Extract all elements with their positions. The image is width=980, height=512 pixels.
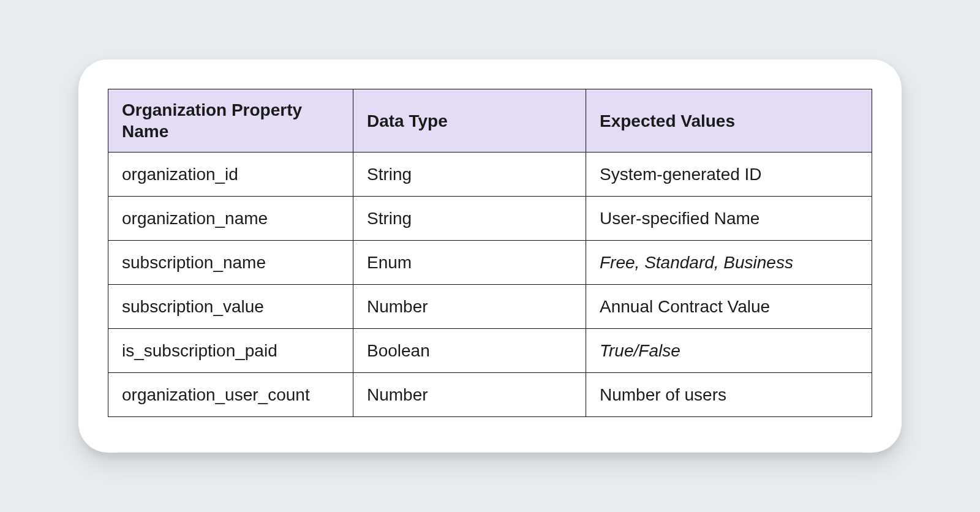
- cell-type: Enum: [353, 241, 586, 285]
- column-header-type: Data Type: [353, 89, 586, 152]
- cell-property: organization_user_count: [108, 373, 353, 417]
- column-header-property: Organization Property Name: [108, 89, 353, 152]
- table-row: organization_nameStringUser-specified Na…: [108, 197, 872, 241]
- cell-type: Boolean: [353, 329, 586, 373]
- cell-type: Number: [353, 373, 586, 417]
- cell-expected: System-generated ID: [586, 152, 872, 197]
- table-row: organization_idStringSystem-generated ID: [108, 152, 872, 197]
- cell-property: subscription_value: [108, 285, 353, 329]
- table-card: Organization Property Name Data Type Exp…: [78, 59, 902, 453]
- table-row: subscription_valueNumberAnnual Contract …: [108, 285, 872, 329]
- cell-type: String: [353, 197, 586, 241]
- cell-expected: Free, Standard, Business: [586, 241, 872, 285]
- cell-expected: Number of users: [586, 373, 872, 417]
- table-header-row: Organization Property Name Data Type Exp…: [108, 89, 872, 152]
- cell-property: organization_id: [108, 152, 353, 197]
- cell-property: is_subscription_paid: [108, 329, 353, 373]
- cell-type: Number: [353, 285, 586, 329]
- cell-expected: Annual Contract Value: [586, 285, 872, 329]
- table-row: organization_user_countNumberNumber of u…: [108, 373, 872, 417]
- cell-property: subscription_name: [108, 241, 353, 285]
- table-row: is_subscription_paidBooleanTrue/False: [108, 329, 872, 373]
- table-row: subscription_nameEnumFree, Standard, Bus…: [108, 241, 872, 285]
- cell-property: organization_name: [108, 197, 353, 241]
- cell-type: String: [353, 152, 586, 197]
- column-header-expected: Expected Values: [586, 89, 872, 152]
- table-body: organization_idStringSystem-generated ID…: [108, 152, 872, 417]
- cell-expected: True/False: [586, 329, 872, 373]
- properties-table: Organization Property Name Data Type Exp…: [108, 89, 872, 417]
- cell-expected: User-specified Name: [586, 197, 872, 241]
